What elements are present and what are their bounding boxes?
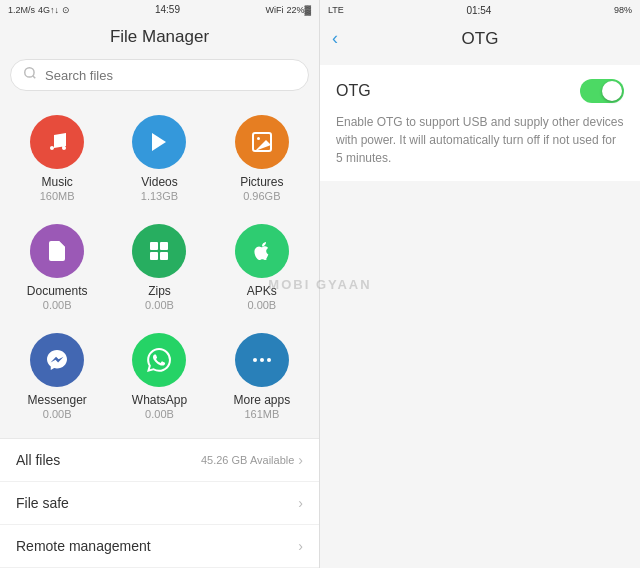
file-item-zips[interactable]: Zips 0.00B: [110, 214, 208, 319]
moreapps-size: 161MB: [244, 408, 279, 420]
svg-point-10: [260, 358, 264, 362]
all-files-right: 45.26 GB Available ›: [201, 452, 303, 468]
status-left: 1.2M/s 4G↑↓ ⊙: [8, 5, 70, 15]
file-manager-panel: 1.2M/s 4G↑↓ ⊙ 14:59 WiFi 22%▓ File Manag…: [0, 0, 320, 568]
messenger-icon: [30, 333, 84, 387]
apks-size: 0.00B: [247, 299, 276, 311]
documents-label: Documents: [27, 284, 88, 298]
otg-status-right: 98%: [614, 5, 632, 15]
whatsapp-icon: [132, 333, 186, 387]
remote-management-right: ›: [298, 538, 303, 554]
documents-size: 0.00B: [43, 299, 72, 311]
all-files-detail: 45.26 GB Available: [201, 454, 294, 466]
videos-label: Videos: [141, 175, 177, 189]
svg-rect-7: [150, 252, 158, 260]
music-icon: [30, 115, 84, 169]
search-bar[interactable]: [10, 59, 309, 91]
apks-icon: [235, 224, 289, 278]
file-item-moreapps[interactable]: More apps 161MB: [213, 323, 311, 428]
otg-title: OTG: [462, 29, 499, 49]
apks-label: APKs: [247, 284, 277, 298]
remote-management-chevron: ›: [298, 538, 303, 554]
otg-row: OTG: [336, 79, 624, 103]
messenger-size: 0.00B: [43, 408, 72, 420]
whatsapp-size: 0.00B: [145, 408, 174, 420]
otg-battery: 98%: [614, 5, 632, 15]
zips-size: 0.00B: [145, 299, 174, 311]
svg-point-9: [253, 358, 257, 362]
status-bar-left: 1.2M/s 4G↑↓ ⊙ 14:59 WiFi 22%▓: [0, 0, 319, 19]
lte-icon: LTE: [328, 5, 344, 15]
remote-management-item[interactable]: Remote management ›: [0, 525, 319, 568]
otg-content: OTG Enable OTG to support USB and supply…: [320, 65, 640, 181]
svg-rect-8: [160, 252, 168, 260]
file-item-videos[interactable]: Videos 1.13GB: [110, 105, 208, 210]
svg-line-1: [33, 76, 36, 79]
otg-header: ‹ OTG: [320, 20, 640, 57]
svg-point-0: [25, 68, 34, 77]
file-safe-label: File safe: [16, 495, 69, 511]
file-safe-item[interactable]: File safe ›: [0, 482, 319, 525]
videos-icon: [132, 115, 186, 169]
wifi-icon: WiFi: [265, 5, 283, 15]
file-manager-title: File Manager: [0, 27, 319, 47]
svg-rect-5: [150, 242, 158, 250]
otg-label: OTG: [336, 82, 371, 100]
battery-icon: 22%▓: [286, 5, 311, 15]
zips-icon: [132, 224, 186, 278]
back-button[interactable]: ‹: [332, 28, 338, 49]
search-input[interactable]: [45, 68, 296, 83]
status-bar-right: LTE 01:54 98%: [320, 0, 640, 20]
file-item-apks[interactable]: APKs 0.00B: [213, 214, 311, 319]
all-files-chevron: ›: [298, 452, 303, 468]
moreapps-icon: [235, 333, 289, 387]
otg-toggle[interactable]: [580, 79, 624, 103]
file-item-whatsapp[interactable]: WhatsApp 0.00B: [110, 323, 208, 428]
svg-marker-2: [152, 133, 166, 151]
all-files-item[interactable]: All files 45.26 GB Available ›: [0, 439, 319, 482]
videos-size: 1.13GB: [141, 190, 178, 202]
documents-icon: [30, 224, 84, 278]
file-safe-right: ›: [298, 495, 303, 511]
file-safe-chevron: ›: [298, 495, 303, 511]
time-left: 14:59: [155, 4, 180, 15]
otg-panel: LTE 01:54 98% ‹ OTG OTG Enable OTG to su…: [320, 0, 640, 568]
whatsapp-label: WhatsApp: [132, 393, 187, 407]
pictures-size: 0.96GB: [243, 190, 280, 202]
remote-management-label: Remote management: [16, 538, 151, 554]
file-manager-header: File Manager: [0, 19, 319, 53]
otg-status-left: LTE: [328, 5, 344, 15]
file-item-documents[interactable]: Documents 0.00B: [8, 214, 106, 319]
otg-description: Enable OTG to support USB and supply oth…: [336, 113, 624, 167]
moreapps-label: More apps: [233, 393, 290, 407]
pictures-icon: [235, 115, 289, 169]
toggle-knob: [602, 81, 622, 101]
svg-rect-6: [160, 242, 168, 250]
time-right: 01:54: [466, 5, 491, 16]
file-grid: Music 160MB Videos 1.13GB Pictures 0.96G…: [0, 101, 319, 432]
file-item-pictures[interactable]: Pictures 0.96GB: [213, 105, 311, 210]
all-files-label: All files: [16, 452, 60, 468]
search-icon: [23, 66, 37, 84]
svg-point-11: [267, 358, 271, 362]
svg-point-4: [257, 137, 260, 140]
zips-label: Zips: [148, 284, 171, 298]
bottom-list: All files 45.26 GB Available › File safe…: [0, 438, 319, 568]
status-right-left: WiFi 22%▓: [265, 5, 311, 15]
network-icons: 4G↑↓ ⊙: [38, 5, 70, 15]
music-size: 160MB: [40, 190, 75, 202]
messenger-label: Messenger: [27, 393, 86, 407]
pictures-label: Pictures: [240, 175, 283, 189]
music-label: Music: [41, 175, 72, 189]
file-item-messenger[interactable]: Messenger 0.00B: [8, 323, 106, 428]
file-item-music[interactable]: Music 160MB: [8, 105, 106, 210]
signal-text: 1.2M/s: [8, 5, 35, 15]
